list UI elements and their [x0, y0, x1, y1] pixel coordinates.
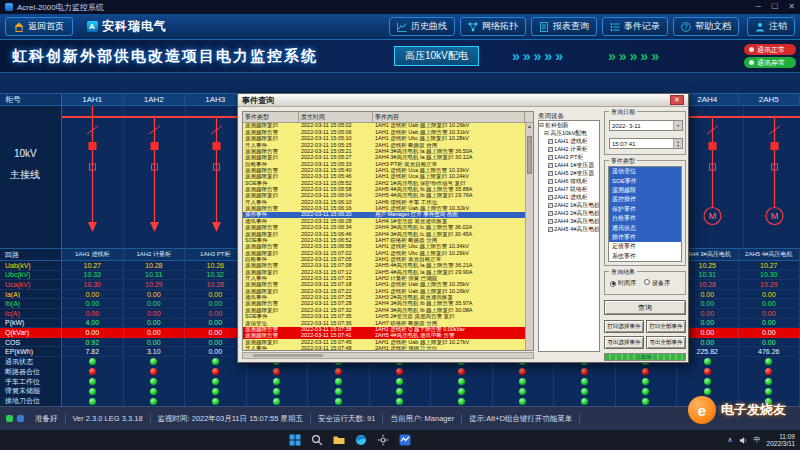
sort-by-device-radio[interactable]: 设备序: [644, 279, 670, 288]
checkbox-checked-icon[interactable]: ✓: [548, 227, 553, 232]
checkbox-checked-icon[interactable]: ✓: [548, 195, 553, 200]
print-selected-button[interactable]: 打印选择事件: [604, 320, 644, 333]
export-selected-button[interactable]: 导出选择事件: [604, 336, 644, 349]
event-type-item[interactable]: 系统事件: [609, 252, 681, 261]
event-row[interactable]: 开入事件2022-03-11 15:07:482AH1 进线柜 接地刀 分位: [243, 346, 525, 351]
checkbox-checked-icon[interactable]: ✓: [548, 171, 553, 176]
home-button[interactable]: 返回首页: [5, 17, 73, 36]
dropdown-arrow-icon[interactable]: ▾: [673, 121, 682, 130]
checkbox-checked-icon[interactable]: ✓: [548, 187, 553, 192]
scrollbar-thumb[interactable]: [253, 354, 323, 357]
checkbox-checked-icon[interactable]: ✓: [548, 147, 553, 152]
checkbox-checked-icon[interactable]: ✓: [548, 163, 553, 168]
tree-device-item[interactable]: ✓2AH3 2#高压电机: [539, 209, 599, 217]
status-dot-icon: [704, 378, 711, 385]
query-button[interactable]: 查询: [604, 300, 686, 315]
export-all-button[interactable]: 导出全部事件: [646, 336, 686, 349]
print-all-button[interactable]: 打印全部事件: [646, 320, 686, 333]
event-type-item[interactable]: 自检事件: [609, 214, 681, 223]
tree-device-item[interactable]: ✓1AH7 联络柜: [539, 185, 599, 193]
elecfans-logo-icon: e: [688, 396, 716, 424]
event-type-item[interactable]: SOE事件: [609, 176, 681, 185]
measurement-label: Ic(A): [0, 309, 62, 318]
dialog-close-icon[interactable]: ✕: [670, 95, 684, 105]
event-table-vertical-scrollbar[interactable]: ▲: [525, 123, 533, 351]
event-column-header[interactable]: 发生时间: [299, 112, 373, 122]
tab-hv-10kv[interactable]: 高压10kV配电: [394, 46, 479, 66]
event-cell: 2022-03-11 15:07:28: [299, 301, 373, 307]
event-type-item[interactable]: 通讯状态: [609, 223, 681, 232]
tree-device-item[interactable]: ✓2AH2 1#高压电机: [539, 201, 599, 209]
status-row: 弹簧未储能: [0, 386, 800, 396]
taskbar-icon-file-explorer[interactable]: [332, 434, 345, 447]
taskbar-icon-settings[interactable]: [376, 434, 389, 447]
nav-button-history[interactable]: 历史曲线: [389, 17, 455, 36]
dialog-titlebar[interactable]: 事件查询 ✕: [238, 94, 688, 107]
event-type-item[interactable]: 操作事件: [609, 233, 681, 242]
event-type-item[interactable]: 遥信变位: [609, 167, 681, 176]
tree-device-item[interactable]: ✓2AH1 进线柜: [539, 193, 599, 201]
checkbox-checked-icon[interactable]: ✓: [548, 155, 553, 160]
status-dot-cell: [370, 377, 432, 387]
tree-item-label: 1AH4 1#变压器: [554, 161, 594, 169]
checkbox-checked-icon[interactable]: ✓: [548, 179, 553, 184]
tree-device-item[interactable]: ✓1AH3 PT柜: [539, 153, 599, 161]
taskbar-icon-edge[interactable]: [354, 434, 367, 447]
taskbar-icon-search[interactable]: [310, 434, 323, 447]
event-type-item[interactable]: 保护事件: [609, 205, 681, 214]
status-dot-icon: [212, 368, 219, 375]
status-dot-cell: [62, 377, 124, 387]
event-type-item[interactable]: 遥测越限: [609, 186, 681, 195]
checkbox-checked-icon[interactable]: ✓: [548, 211, 553, 216]
event-cell: 遥测越限告警: [243, 244, 299, 250]
scrollbar-thumb[interactable]: [527, 136, 532, 174]
event-cell: 2022-03-11 15:05:52: [299, 181, 373, 187]
checkbox-checked-icon[interactable]: ✓: [548, 219, 553, 224]
tree-group-node[interactable]: ⊟ 高压10kV配电: [539, 129, 599, 137]
minimize-button[interactable]: ─: [755, 0, 761, 14]
date-picker[interactable]: 2022- 3-11 ▾: [609, 120, 683, 131]
tree-device-item[interactable]: ✓2AH4 3#高压电机: [539, 217, 599, 225]
event-column-header[interactable]: 事件类型: [243, 112, 299, 122]
taskbar-clock[interactable]: 11:09 2022/3/11: [767, 433, 795, 447]
event-type-list[interactable]: 遥信变位SOE事件遥测越限遥控操作保护事件自检事件通讯状态操作事件定值事件系统事…: [608, 166, 682, 262]
close-button[interactable]: ✕: [788, 0, 795, 14]
device-tree[interactable]: ⊟ 虹科创新⊟ 高压10kV配电✓1AH1 进线柜✓1AH2 计量柜✓1AH3 …: [538, 120, 600, 352]
spinner-icon[interactable]: ▴▾: [673, 139, 682, 148]
taskbar-icon-start[interactable]: [288, 434, 301, 447]
event-cell: 开入事件: [243, 346, 299, 351]
nav-button-report[interactable]: 报表查询: [531, 17, 597, 36]
circuit-name-cell: 2AH5 4#高压电机: [739, 249, 800, 260]
status-dot-cell: [739, 367, 800, 377]
event-type-item[interactable]: 遥控操作: [609, 195, 681, 204]
nav-button-topology[interactable]: 网络拓扑: [460, 17, 526, 36]
tree-device-item[interactable]: ✓1AH2 计量柜: [539, 145, 599, 153]
banner: 虹科创新外部供电改造项目电力监控系统 高压10kV配电 »»»»» »»»»» …: [0, 40, 800, 73]
tray-volume-icon[interactable]: [739, 431, 748, 449]
status-dot-icon: [765, 358, 772, 365]
event-cell: 2022-03-11 15:07:22: [299, 289, 373, 295]
nav-button-help[interactable]: ?帮助文档: [673, 17, 739, 36]
tray-expand-icon[interactable]: ∧: [727, 436, 732, 444]
event-table-horizontal-scrollbar[interactable]: [242, 352, 534, 359]
checkbox-checked-icon[interactable]: ✓: [548, 203, 553, 208]
time-picker[interactable]: 15:07:41 ▴▾: [609, 138, 683, 149]
tree-device-item[interactable]: ✓1AH4 1#变压器: [539, 161, 599, 169]
tree-root-node[interactable]: ⊟ 虹科创新: [539, 121, 599, 129]
taskbar-icon-scada-app[interactable]: [398, 434, 411, 447]
sort-by-time-radio[interactable]: 时间序: [610, 279, 636, 288]
query-result-title: 查询结果: [609, 268, 637, 276]
tree-device-item[interactable]: ✓1AH6 馈线柜: [539, 177, 599, 185]
input-language-indicator[interactable]: 中: [754, 435, 761, 445]
nav-button-events[interactable]: 事件记录: [602, 17, 668, 36]
tree-device-item[interactable]: ✓1AH5 2#变压器: [539, 169, 599, 177]
status-dot-icon: [458, 388, 465, 395]
tree-device-item[interactable]: ✓1AH1 进线柜: [539, 137, 599, 145]
event-type-item[interactable]: 定值事件: [609, 242, 681, 251]
event-cell: 遥测越限复归: [243, 155, 299, 161]
checkbox-checked-icon[interactable]: ✓: [548, 139, 553, 144]
event-column-header[interactable]: 事件内容: [373, 112, 525, 122]
tree-device-item[interactable]: ✓2AH5 4#高压电机: [539, 225, 599, 233]
logout-button[interactable]: 注销: [747, 17, 795, 36]
maximize-button[interactable]: ☐: [771, 0, 778, 14]
